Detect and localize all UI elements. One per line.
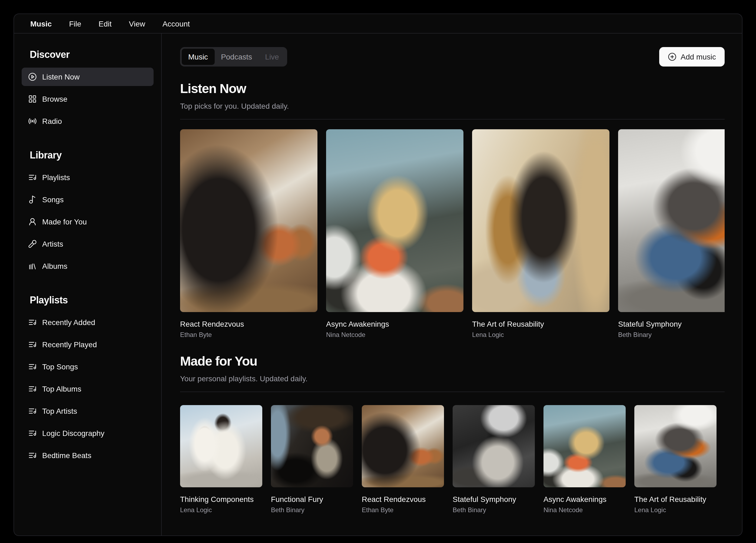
album-title: Stateful Symphony: [453, 494, 535, 504]
sidebar-item-label: Artists: [42, 240, 63, 248]
menu-account[interactable]: Account: [156, 16, 196, 31]
album-card-react-rendezvous[interactable]: React RendezvousEthan Byte: [180, 129, 317, 339]
menu-music[interactable]: Music: [24, 16, 58, 31]
sidebar-item-top-artists[interactable]: Top Artists: [22, 402, 154, 420]
separator: [180, 119, 725, 120]
tab-podcasts[interactable]: Podcasts: [214, 49, 258, 65]
album-art[interactable]: [634, 405, 717, 487]
circle-plus-icon: [668, 52, 676, 61]
sidebar-item-logic-discography[interactable]: Logic Discography: [22, 424, 154, 442]
list-music-icon: [28, 407, 37, 415]
sidebar-item-label: Playlists: [42, 174, 70, 181]
sidebar-item-label: Radio: [42, 117, 62, 125]
album-art[interactable]: [326, 129, 463, 312]
menu-edit[interactable]: Edit: [92, 16, 118, 31]
tab-music[interactable]: Music: [182, 49, 214, 65]
section-title: Made for You: [180, 353, 725, 370]
sidebar-item-songs[interactable]: Songs: [22, 190, 154, 209]
sidebar-item-recently-added[interactable]: Recently Added: [22, 313, 154, 332]
album-artist: Nina Netcode: [543, 506, 626, 514]
sidebar-item-label: Made for You: [42, 218, 87, 226]
sidebar-section-title: Library: [22, 148, 154, 163]
sidebar-item-list: PlaylistsSongsMade for YouArtistsAlbums: [22, 168, 154, 275]
album-title: Async Awakenings: [543, 494, 626, 504]
sidebar-section-title: Discover: [22, 47, 154, 62]
section-made-for-you: Made for YouYour personal playlists. Upd…: [180, 353, 725, 514]
sidebar-item-label: Bedtime Beats: [42, 452, 91, 459]
user-round-icon: [28, 217, 37, 226]
layout-grid-icon: [28, 95, 37, 103]
album-title: Thinking Components: [180, 494, 262, 504]
sidebar-item-top-songs[interactable]: Top Songs: [22, 357, 154, 376]
sidebar-item-label: Recently Played: [42, 341, 97, 348]
sidebar-section-playlists: PlaylistsRecently AddedRecently PlayedTo…: [22, 293, 154, 465]
sidebar-item-made-for-you[interactable]: Made for You: [22, 213, 154, 231]
sidebar-item-label: Top Albums: [42, 385, 81, 393]
album-artist: Beth Binary: [271, 506, 353, 514]
section-subtitle: Top picks for you. Updated daily.: [180, 101, 725, 111]
sidebar-item-bedtime-beats[interactable]: Bedtime Beats: [22, 446, 154, 465]
list-music-icon: [28, 385, 37, 393]
mic-vocal-icon: [28, 240, 37, 248]
app-window: MusicFileEditViewAccount DiscoverListen …: [14, 14, 742, 536]
sidebar-section-discover: DiscoverListen NowBrowseRadio: [22, 47, 154, 130]
list-music-icon: [28, 318, 37, 327]
section-listen-now: Listen NowTop picks for you. Updated dai…: [180, 80, 725, 339]
album-art[interactable]: [362, 405, 444, 487]
list-music-icon: [28, 451, 37, 460]
album-title: Async Awakenings: [326, 319, 463, 329]
menu-file[interactable]: File: [62, 16, 88, 31]
album-card-async-awakenings[interactable]: Async AwakeningsNina Netcode: [543, 405, 626, 514]
sidebar-item-playlists[interactable]: Playlists: [22, 168, 154, 187]
toolbar: MusicPodcastsLive Add music: [180, 47, 725, 67]
sidebar-item-radio[interactable]: Radio: [22, 112, 154, 130]
album-card-the-art-of-reusability[interactable]: The Art of ReusabilityLena Logic: [472, 129, 609, 339]
album-card-functional-fury[interactable]: Functional FuryBeth Binary: [271, 405, 353, 514]
section-subtitle: Your personal playlists. Updated daily.: [180, 373, 725, 384]
album-art[interactable]: [271, 405, 353, 487]
library-icon: [28, 262, 37, 270]
album-card-the-art-of-reusability[interactable]: The Art of ReusabilityLena Logic: [634, 405, 717, 514]
sidebar-item-listen-now[interactable]: Listen Now: [22, 68, 154, 86]
sidebar-item-list: Recently AddedRecently PlayedTop SongsTo…: [22, 313, 154, 465]
sidebar-item-label: Recently Added: [42, 319, 95, 326]
album-artist: Ethan Byte: [362, 506, 444, 514]
album-art[interactable]: [618, 129, 725, 312]
menu-view[interactable]: View: [122, 16, 152, 31]
album-card-react-rendezvous[interactable]: React RendezvousEthan Byte: [362, 405, 444, 514]
sidebar-item-albums[interactable]: Albums: [22, 257, 154, 275]
list-music-icon: [28, 362, 37, 371]
album-art[interactable]: [180, 129, 317, 312]
album-card-stateful-symphony[interactable]: Stateful SymphonyBeth Binary: [453, 405, 535, 514]
album-card-thinking-components[interactable]: Thinking ComponentsLena Logic: [180, 405, 262, 514]
album-art[interactable]: [453, 405, 535, 487]
sidebar-item-recently-played[interactable]: Recently Played: [22, 335, 154, 354]
tab-live: Live: [258, 49, 285, 65]
album-artist: Beth Binary: [453, 506, 535, 514]
album-card-stateful-symphony[interactable]: Stateful SymphonyBeth Binary: [618, 129, 725, 339]
sidebar-item-label: Songs: [42, 196, 64, 203]
radio-icon: [28, 117, 37, 125]
album-title: The Art of Reusability: [634, 494, 717, 504]
sidebar-item-browse[interactable]: Browse: [22, 90, 154, 108]
album-title: Stateful Symphony: [618, 319, 725, 329]
main-content: MusicPodcastsLive Add music Listen NowTo…: [162, 34, 742, 535]
sidebar-item-label: Browse: [42, 95, 67, 103]
cards-row: Thinking ComponentsLena LogicFunctional …: [180, 405, 725, 514]
album-title: The Art of Reusability: [472, 319, 609, 329]
app-body: DiscoverListen NowBrowseRadioLibraryPlay…: [14, 34, 742, 535]
circle-play-icon: [28, 72, 37, 81]
album-title: React Rendezvous: [362, 494, 444, 504]
sidebar-item-artists[interactable]: Artists: [22, 235, 154, 253]
album-art[interactable]: [180, 405, 262, 487]
album-card-async-awakenings[interactable]: Async AwakeningsNina Netcode: [326, 129, 463, 339]
circle-plus-icon: [668, 52, 676, 61]
separator: [180, 392, 725, 392]
album-art[interactable]: [543, 405, 626, 487]
album-artist: Lena Logic: [180, 506, 262, 514]
add-music-button[interactable]: Add music: [659, 47, 725, 67]
sidebar-item-top-albums[interactable]: Top Albums: [22, 380, 154, 398]
album-art[interactable]: [472, 129, 609, 312]
sidebar-item-label: Top Songs: [42, 363, 78, 370]
tabs-list: MusicPodcastsLive: [180, 47, 287, 67]
